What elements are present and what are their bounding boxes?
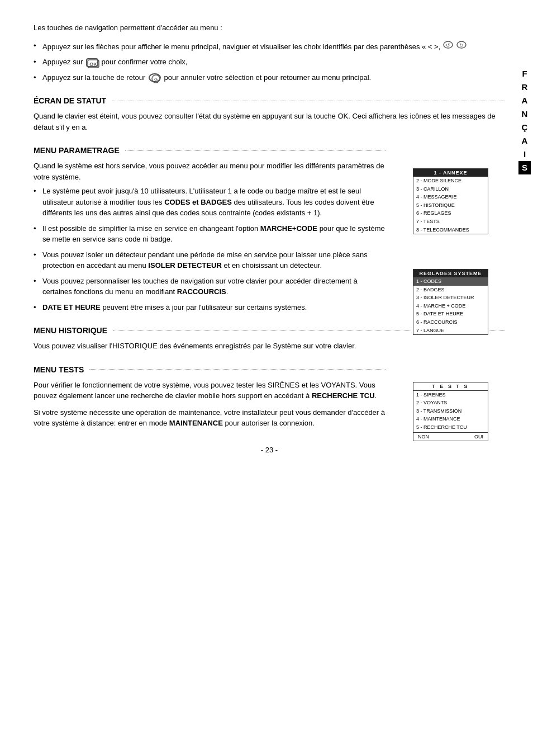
sidebar-letter-a: A <box>522 94 528 107</box>
menu-tests-divider <box>89 369 386 370</box>
sidebar-letter-r: R <box>522 81 528 94</box>
svg-text:↺: ↺ <box>446 42 450 48</box>
sidebar-letter-f: F <box>522 67 527 81</box>
menu-historique-title: MENU HISTORIQUE <box>34 326 107 335</box>
parametrage-bullet-1: Le système peut avoir jusqu'à 10 utilisa… <box>34 186 386 219</box>
menu-tests-title: MENU TESTS <box>34 365 84 374</box>
ecran-statut-divider <box>112 101 505 101</box>
parametrage-section-wrapper: MENU PARAMETRAGE Quand le système est ho… <box>34 146 505 313</box>
intro-bullet-3: Appuyez sur la touche de retour ⟳ pour a… <box>34 72 505 83</box>
esc-icon: ⟳ <box>149 73 161 82</box>
menu-parametrage-divider <box>125 150 386 151</box>
svg-text:OK: OK <box>89 62 97 67</box>
parametrage-bullet-4: Vous pouvez personnaliser les touches de… <box>34 276 386 297</box>
intro-bullet-1: Appuyez sur les flèches pour afficher le… <box>34 40 505 53</box>
section-ecran-statut: ÉCRAN DE STATUT Quand le clavier est éte… <box>34 96 505 133</box>
tests-item-4: 4 - MAINTENANCE <box>413 415 488 423</box>
sidebar-letter-a2: A <box>522 134 528 148</box>
svg-text:⟳: ⟳ <box>154 77 158 82</box>
tests-item-2: 2 - VOYANTS <box>413 399 488 407</box>
tests-footer-oui: OUI <box>474 434 483 440</box>
page-number: - 23 - <box>34 446 505 454</box>
annexe-item-7: 7 - TESTS <box>413 218 488 226</box>
menu-parametrage-header: MENU PARAMETRAGE <box>34 146 386 155</box>
reglages-item-2: 2 - BADGES <box>413 286 488 294</box>
menu-annexe-box: 1 - ANNEXE 2 - MODE SILENCE 3 - CARILLON… <box>413 168 488 234</box>
sidebar-letters: F R A N Ç A I S <box>516 67 533 174</box>
menu-tests-body-1: Pour vérifier le fonctionnement de votre… <box>34 380 386 401</box>
reglages-item-7: 7 - LANGUE <box>413 327 488 335</box>
parametrage-bullet-2: Il est possible de simplifier la mise en… <box>34 223 386 245</box>
bullet-2-text-before: Appuyez sur <box>42 58 85 66</box>
bold-date-heure: DATE ET HEURE <box>42 303 101 311</box>
bold-codes-badges: CODES et BADGES <box>164 198 232 206</box>
arrow-left-icon: ↺ <box>442 40 454 49</box>
bullet-3-text-before: Appuyez sur la touche de retour <box>42 73 147 82</box>
parametrage-content: MENU PARAMETRAGE Quand le système est ho… <box>34 146 386 313</box>
intro-bullet-2: Appuyez sur OK pour confirmer votre choi… <box>34 56 505 68</box>
arrow-right-icon: ↻ <box>456 40 467 49</box>
reglages-item-3: 3 - ISOLER DETECTEUR <box>413 294 488 302</box>
parametrage-bullets: Le système peut avoir jusqu'à 10 utilisa… <box>34 186 386 313</box>
ecran-statut-title: ÉCRAN DE STATUT <box>34 96 106 105</box>
menu-annexe-title: 1 - ANNEXE <box>413 169 488 177</box>
menu-reglages-box: REGLAGES SYSTEME 1 - CODES 2 - BADGES 3 … <box>413 269 488 335</box>
bullet-1-text: Appuyez sur les flèches pour afficher le… <box>42 42 442 51</box>
page: F R A N Ç A I S Les touches de navigatio… <box>0 0 533 756</box>
bold-maintenance: MAINTENANCE <box>169 419 223 427</box>
bold-raccourcis: RACCOURCIS <box>177 287 226 296</box>
bold-marche-code: MARCHE+CODE <box>260 224 317 233</box>
annexe-item-8: 8 - TELECOMMANDES <box>413 226 488 234</box>
menu-reglages-title: REGLAGES SYSTEME <box>413 270 488 277</box>
tests-section-wrapper: MENU TESTS Pour vérifier le fonctionneme… <box>34 365 505 429</box>
reglages-item-1: 1 - CODES <box>413 277 488 286</box>
annexe-item-5: 5 - HISTORIQUE <box>413 201 488 210</box>
annexe-item-6: 6 - REGLAGES <box>413 209 488 218</box>
parametrage-bullet-5: DATE ET HEURE peuvent être mises à jour … <box>34 302 386 313</box>
reglages-item-6: 6 - RACCOURCIS <box>413 318 488 327</box>
ecran-statut-header: ÉCRAN DE STATUT <box>34 96 505 105</box>
reglages-item-5: 5 - DATE ET HEURE <box>413 310 488 318</box>
bold-recherche-tcu: RECHERCHE TCU <box>312 391 375 400</box>
annexe-item-4: 4 - MESSAGERIE <box>413 193 488 201</box>
bullet-2-text-after: pour confirmer votre choix, <box>102 58 188 66</box>
intro-bullets: Appuyez sur les flèches pour afficher le… <box>34 40 505 83</box>
tests-menu-title: T E S T S <box>413 382 488 391</box>
tests-item-3: 3 - TRANSMISSION <box>413 407 488 415</box>
reglages-item-4: 4 - MARCHE + CODE <box>413 302 488 310</box>
sidebar-letter-c: Ç <box>522 121 528 134</box>
sidebar-letter-n: N <box>522 107 528 121</box>
bullet-3-text-after: pour annuler votre sélection et pour ret… <box>164 73 372 82</box>
menu-parametrage-title: MENU PARAMETRAGE <box>34 146 120 155</box>
tests-item-5: 5 - RECHERCHE TCU <box>413 423 488 432</box>
ecran-statut-body: Quand le clavier est éteint, vous pouvez… <box>34 111 505 133</box>
menu-historique-body: Vous pouvez visualiser l'HISTORIQUE des … <box>34 341 505 352</box>
annexe-item-3: 3 - CARILLON <box>413 185 488 193</box>
sidebar-letter-i: I <box>524 148 526 161</box>
tests-content: MENU TESTS Pour vérifier le fonctionneme… <box>34 365 386 429</box>
tests-item-1: 1 - SIRENES <box>413 391 488 399</box>
bold-isoler: ISOLER DETECTEUR <box>148 261 221 270</box>
sidebar-letter-s: S <box>518 161 531 174</box>
tests-menu-footer: NON OUI <box>413 432 488 441</box>
svg-text:↻: ↻ <box>459 42 464 48</box>
menu-parametrage-intro: Quand le système est hors service, vous … <box>34 160 386 182</box>
menu-tests-header: MENU TESTS <box>34 365 386 374</box>
ok-icon: OK <box>86 58 98 67</box>
tests-footer-non: NON <box>418 434 429 440</box>
tests-menu-box: T E S T S 1 - SIRENES 2 - VOYANTS 3 - TR… <box>413 382 488 442</box>
annexe-item-2: 2 - MODE SILENCE <box>413 177 488 185</box>
parametrage-bullet-3: Vous pouvez isoler un détecteur pendant … <box>34 249 386 271</box>
menu-tests-body-2: Si votre système nécessite une opération… <box>34 407 386 429</box>
intro-text: Les touches de navigation permettent d'a… <box>34 22 505 34</box>
